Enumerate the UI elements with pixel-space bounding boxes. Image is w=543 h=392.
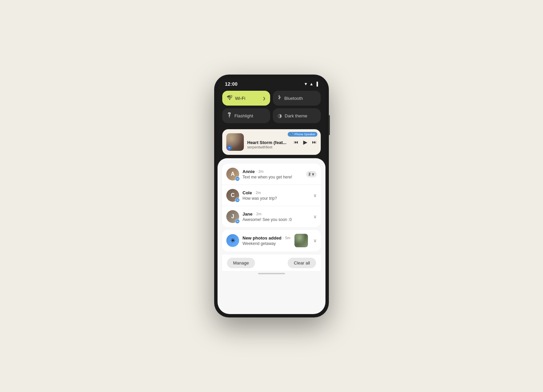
jane-avatar: J ✉ (226, 210, 239, 223)
photos-notif-content: New photos added · 5m Weekend getaway (242, 235, 291, 246)
quick-settings-panel: Wi-Fi ❯ Bluetooth (218, 89, 325, 129)
annie-notif-actions: 2 ∨ (306, 171, 317, 177)
jane-sender-name: Jane (242, 212, 253, 217)
media-player[interactable]: 🔊 Phone Speaker + Heart Storm (feat... s… (222, 129, 321, 155)
annie-notif-time: · 2m (256, 169, 263, 173)
cole-app-badge: ✉ (235, 198, 240, 202)
photos-icon-symbol: ✳ (230, 237, 235, 244)
photos-app-icon: ✳ (226, 234, 239, 247)
flashlight-tile[interactable]: Flashlight (222, 108, 270, 123)
notification-jane[interactable]: J ✉ Jane · 2m Awesome! See you soon :0 ∨ (222, 206, 321, 227)
jane-notif-header: Jane · 2m (242, 212, 310, 217)
cole-notif-actions: ∨ (313, 193, 317, 198)
photos-notif-title: New photos added (242, 235, 282, 241)
wifi-status-icon: ▼ (304, 82, 308, 86)
signal-status-icon: ▲ (310, 82, 314, 86)
wifi-tile-label: Wi-Fi (235, 96, 260, 101)
jane-notif-time: · 2m (254, 212, 261, 216)
media-controls: ⏮ ▶ ⏭ (294, 139, 317, 145)
status-bar: 12:00 ▼ ▲ ▐ (218, 78, 325, 89)
notification-cole[interactable]: C ✉ Cole · 2m How was your trip? ∨ (222, 185, 321, 206)
dark-theme-tile-icon: ◑ (278, 113, 282, 119)
wifi-chevron-icon: ❯ (263, 96, 265, 100)
media-artist: serpentwithfeet (247, 145, 290, 149)
cole-notif-content: Cole · 2m How was your trip? (242, 190, 310, 201)
bluetooth-tile-label: Bluetooth (284, 96, 316, 101)
bluetooth-tile-icon (278, 95, 282, 102)
cole-notif-header: Cole · 2m (242, 190, 310, 195)
jane-app-badge: ✉ (235, 219, 240, 224)
jane-notif-actions: ∨ (313, 214, 317, 219)
notification-bottom-actions: Manage Clear all (222, 254, 321, 271)
clear-all-button[interactable]: Clear all (288, 258, 316, 268)
photos-notif-header: New photos added · 5m (242, 235, 291, 241)
flashlight-tile-label: Flashlight (234, 113, 265, 118)
media-prev-button[interactable]: ⏮ (294, 139, 298, 145)
dark-theme-tile-label: Dark theme (285, 113, 316, 118)
status-icons: ▼ ▲ ▐ (304, 82, 318, 86)
media-add-icon: + (227, 145, 232, 150)
annie-sender-name: Annie (242, 169, 255, 174)
dark-theme-tile[interactable]: ◑ Dark theme (273, 108, 321, 123)
wifi-tile-icon (227, 95, 232, 101)
photos-notification-group: ✳ New photos added · 5m Weekend getaway … (222, 230, 321, 251)
media-play-button[interactable]: ▶ (303, 139, 307, 145)
notifications-area: A ✉ Annie · 2m Text me when you get here… (218, 158, 325, 314)
notification-photos[interactable]: ✳ New photos added · 5m Weekend getaway … (222, 230, 321, 251)
phone-device: 12:00 ▼ ▲ ▐ Wi-Fi ❯ (214, 75, 329, 317)
nav-indicator-area (222, 271, 321, 276)
annie-avatar: A ✉ (226, 168, 239, 180)
phone-screen: 12:00 ▼ ▲ ▐ Wi-Fi ❯ (218, 78, 325, 314)
messages-notification-group: A ✉ Annie · 2m Text me when you get here… (222, 164, 321, 227)
jane-notif-content: Jane · 2m Awesome! See you soon :0 (242, 212, 310, 222)
battery-status-icon: ▐ (315, 82, 318, 86)
photos-notif-subtitle: Weekend getaway (242, 241, 291, 246)
manage-button[interactable]: Manage (227, 258, 255, 268)
cole-avatar: C ✉ (226, 189, 239, 202)
annie-notif-message: Text me when you get here! (242, 175, 303, 179)
speaker-icon: 🔊 (290, 133, 293, 136)
wifi-tile[interactable]: Wi-Fi ❯ (222, 91, 270, 106)
jane-notif-message: Awesome! See you soon :0 (242, 217, 310, 222)
qs-row-2: Flashlight ◑ Dark theme (222, 108, 321, 123)
annie-notif-header: Annie · 2m (242, 169, 303, 174)
qs-row-1: Wi-Fi ❯ Bluetooth (222, 91, 321, 106)
notification-annie[interactable]: A ✉ Annie · 2m Text me when you get here… (222, 164, 321, 185)
media-album-art: + (226, 133, 244, 151)
status-time: 12:00 (225, 81, 237, 87)
flashlight-tile-icon (227, 112, 232, 119)
cole-sender-name: Cole (242, 190, 252, 195)
media-info: Heart Storm (feat... serpentwithfeet (247, 135, 290, 149)
home-nav-indicator (258, 273, 285, 274)
media-next-button[interactable]: ⏭ (312, 139, 317, 145)
photos-thumbnail (294, 234, 308, 247)
bluetooth-tile[interactable]: Bluetooth (273, 91, 321, 106)
cole-notif-time: · 2m (254, 191, 261, 195)
photos-expand-icon[interactable]: ∨ (313, 238, 317, 243)
media-output-badge: 🔊 Phone Speaker (288, 132, 317, 137)
side-button (328, 115, 330, 135)
cole-notif-message: How was your trip? (242, 196, 310, 201)
cole-expand-icon[interactable]: ∨ (313, 193, 317, 198)
media-title: Heart Storm (feat... (247, 140, 290, 145)
annie-count-badge[interactable]: 2 ∨ (306, 171, 317, 177)
photos-notif-time: · 5m (283, 236, 290, 240)
annie-notif-content: Annie · 2m Text me when you get here! (242, 169, 303, 179)
jane-expand-icon[interactable]: ∨ (313, 214, 317, 219)
annie-app-badge: ✉ (235, 176, 240, 181)
